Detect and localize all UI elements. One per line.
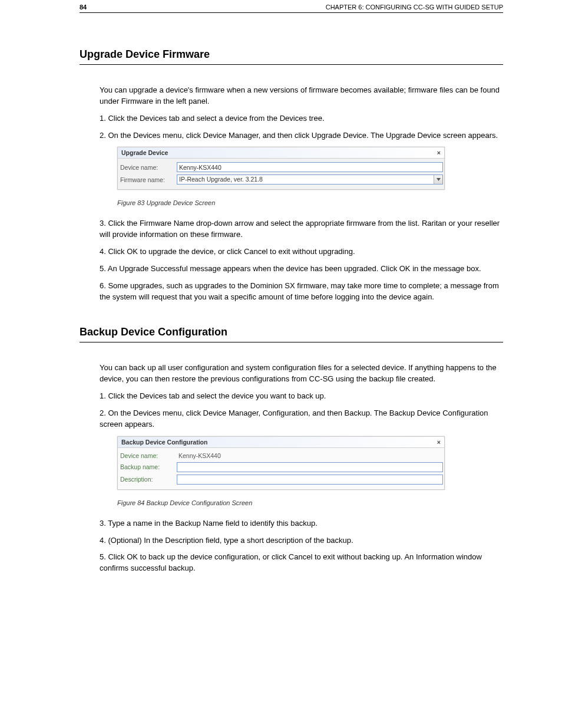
firmware-select-value: IP-Reach Upgrade, ver. 3.21.8: [177, 175, 434, 184]
fig1-title: Upgrade Device: [121, 149, 168, 156]
fig2-caption: Figure 84 Backup Device Configuration Sc…: [117, 499, 503, 506]
chevron-down-icon[interactable]: [434, 175, 442, 184]
s2-step5: 5. Click OK to back up the device config…: [80, 552, 503, 574]
fig1-caption: Figure 83 Upgrade Device Screen: [117, 199, 503, 206]
backup-name-input[interactable]: [177, 462, 443, 472]
figure-backup-config: Backup Device Configuration × Device nam…: [117, 436, 445, 490]
firmware-select[interactable]: IP-Reach Upgrade, ver. 3.21.8: [177, 174, 443, 185]
fig1-device-label: Device name:: [119, 164, 177, 171]
svg-marker-0: [437, 178, 441, 181]
s1-step6: 6. Some upgrades, such as upgrades to th…: [80, 281, 503, 303]
s2-step1: 1. Click the Devices tab and select the …: [80, 391, 503, 402]
close-icon[interactable]: ×: [437, 439, 441, 446]
chapter-label: CHAPTER 6: CONFIGURING CC-SG WITH GUIDED…: [326, 4, 503, 11]
s2-step3: 3. Type a name in the Backup Name field …: [80, 518, 503, 529]
fig2-backup-label: Backup name:: [119, 463, 177, 470]
s1-step4: 4. Click OK to upgrade the device, or cl…: [80, 246, 503, 258]
section-heading-backup: Backup Device Configuration: [80, 326, 503, 338]
fig2-desc-label: Description:: [119, 476, 177, 483]
s2-step4: 4. (Optional) In the Description field, …: [80, 535, 503, 546]
fig2-device-label: Device name:: [119, 452, 177, 459]
fig1-firmware-label: Firmware name:: [119, 176, 177, 183]
s1-intro: You can upgrade a device's firmware when…: [80, 85, 503, 107]
s1-step3: 3. Click the Firmware Name drop-down arr…: [80, 218, 503, 241]
device-name-input[interactable]: [177, 162, 443, 172]
s1-step5: 5. An Upgrade Successful message appears…: [80, 263, 503, 275]
s2-intro: You can back up all user configuration a…: [80, 363, 503, 385]
fig2-device-value: Kenny-KSX440: [177, 452, 443, 460]
section-rule-1: [80, 64, 503, 65]
description-input[interactable]: [177, 475, 443, 485]
s1-step2: 2. On the Devices menu, click Device Man…: [80, 130, 503, 141]
section-rule-2: [80, 342, 503, 342]
page-number-top: 84: [80, 4, 87, 11]
fig2-title: Backup Device Configuration: [121, 439, 207, 446]
s2-step2: 2. On the Devices menu, click Device Man…: [80, 408, 503, 430]
close-icon[interactable]: ×: [437, 149, 441, 156]
figure-upgrade-device: Upgrade Device × Device name: Firmware n…: [117, 147, 445, 190]
header-rule: [80, 12, 503, 13]
section-heading-upgrade: Upgrade Device Firmware: [80, 48, 503, 61]
s1-step1: 1. Click the Devices tab and select a de…: [80, 113, 503, 124]
